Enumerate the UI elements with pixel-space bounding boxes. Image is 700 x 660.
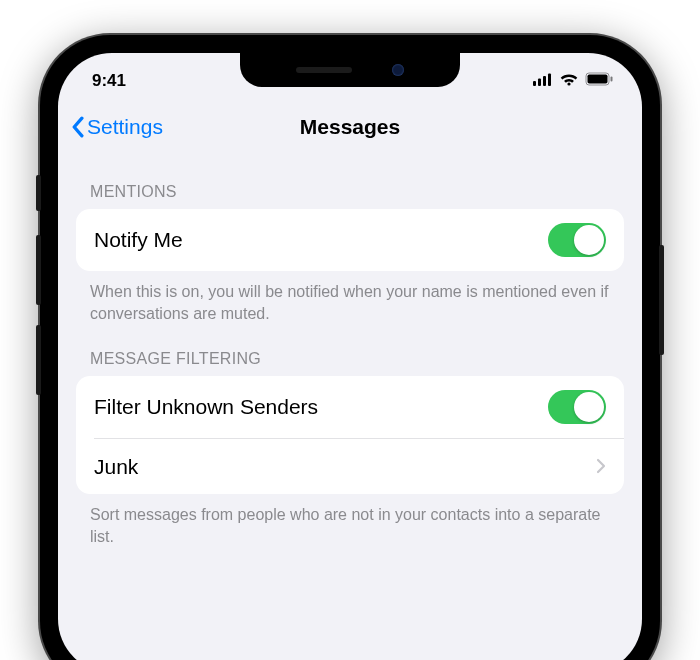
speaker-grille xyxy=(296,67,352,73)
mentions-group: Notify Me xyxy=(76,209,624,271)
mute-switch xyxy=(36,175,41,211)
svg-rect-3 xyxy=(548,74,551,87)
notify-me-toggle[interactable] xyxy=(548,223,606,257)
chevron-left-icon xyxy=(70,116,85,138)
screen: 9:41 xyxy=(58,53,642,660)
back-label: Settings xyxy=(87,115,163,139)
status-right xyxy=(533,71,614,91)
power-button xyxy=(659,245,664,355)
svg-rect-2 xyxy=(543,76,546,86)
toggle-knob xyxy=(574,392,604,422)
back-button[interactable]: Settings xyxy=(70,115,163,139)
cellular-icon xyxy=(533,71,553,91)
filter-unknown-toggle[interactable] xyxy=(548,390,606,424)
notch xyxy=(240,53,460,87)
mentions-section-header: Mentions xyxy=(58,163,642,209)
filtering-footer: Sort messages from people who are not in… xyxy=(58,494,642,553)
junk-label: Junk xyxy=(94,455,596,479)
notify-me-row[interactable]: Notify Me xyxy=(76,209,624,271)
volume-down-button xyxy=(36,325,41,395)
svg-point-4 xyxy=(567,82,570,85)
status-time: 9:41 xyxy=(92,71,126,91)
volume-up-button xyxy=(36,235,41,305)
filtering-group: Filter Unknown Senders Junk xyxy=(76,376,624,494)
svg-rect-1 xyxy=(538,79,541,87)
chevron-right-icon xyxy=(596,455,606,479)
junk-row[interactable]: Junk xyxy=(94,438,624,494)
settings-content: Mentions Notify Me When this is on, you … xyxy=(58,153,642,553)
nav-bar: Settings Messages xyxy=(58,101,642,153)
filter-unknown-row[interactable]: Filter Unknown Senders xyxy=(76,376,624,438)
wifi-icon xyxy=(559,71,579,91)
filtering-section-header: Message Filtering xyxy=(58,330,642,376)
front-camera xyxy=(392,64,404,76)
phone-frame: 9:41 xyxy=(40,35,660,660)
filter-unknown-label: Filter Unknown Senders xyxy=(94,395,548,419)
svg-rect-7 xyxy=(611,77,613,82)
battery-icon xyxy=(585,71,614,91)
toggle-knob xyxy=(574,225,604,255)
svg-rect-0 xyxy=(533,81,536,86)
mentions-footer: When this is on, you will be notified wh… xyxy=(58,271,642,330)
svg-rect-6 xyxy=(588,75,608,84)
notify-me-label: Notify Me xyxy=(94,228,548,252)
